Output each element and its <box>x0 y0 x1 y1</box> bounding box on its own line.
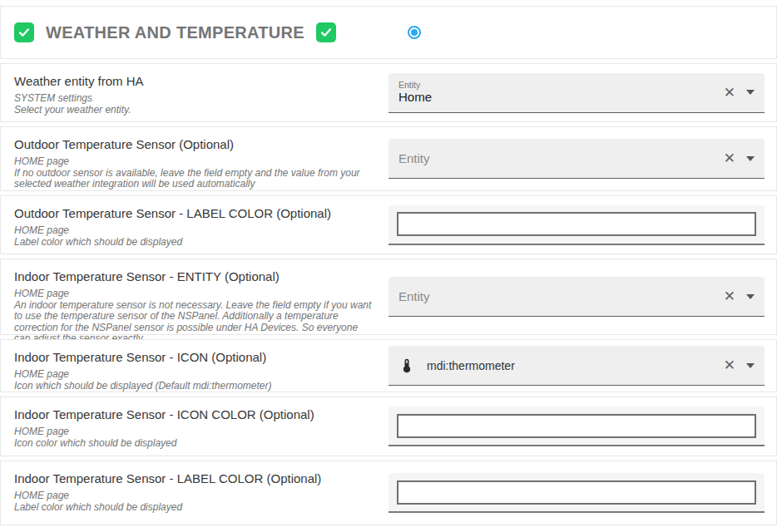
row-description: Label color which should be displayed <box>14 502 375 514</box>
row-description: Icon color which should be displayed <box>14 438 375 450</box>
radio-dot <box>411 29 418 36</box>
color-input-panel <box>388 473 765 513</box>
select-value: Home <box>398 90 724 105</box>
color-input-panel <box>388 406 765 446</box>
row-title: Outdoor Temperature Sensor - LABEL COLOR… <box>14 206 375 221</box>
indoor-icon-color-input[interactable] <box>397 414 756 438</box>
row-description: If no outdoor sensor is available, leave… <box>14 168 375 190</box>
thermometer-icon <box>398 357 415 374</box>
row-title: Indoor Temperature Sensor - LABEL COLOR … <box>14 471 375 486</box>
chevron-down-icon[interactable] <box>746 90 755 95</box>
row-subtitle: HOME page <box>14 288 375 300</box>
row-title: Indoor Temperature Sensor - ENTITY (Opti… <box>14 269 375 284</box>
chevron-down-icon[interactable] <box>746 294 755 299</box>
section-radio-button[interactable] <box>408 26 421 39</box>
row-subtitle: HOME page <box>14 490 375 502</box>
section-enabled-checkbox[interactable] <box>14 22 34 42</box>
section-secondary-checkbox[interactable] <box>316 22 336 42</box>
clear-icon[interactable]: ✕ <box>724 151 735 165</box>
clear-icon[interactable]: ✕ <box>724 358 735 372</box>
row-subtitle: SYSTEM settings <box>14 93 375 105</box>
setting-row-indoor-label-color: Indoor Temperature Sensor - LABEL COLOR … <box>0 461 777 525</box>
select-value: mdi:thermometer <box>427 359 515 372</box>
section-title: WEATHER AND TEMPERATURE <box>46 23 304 42</box>
setting-row-indoor-icon-color: Indoor Temperature Sensor - ICON COLOR (… <box>0 397 777 456</box>
setting-row-weather-entity: Weather entity from HA SYSTEM settings S… <box>0 63 777 122</box>
check-icon <box>17 26 31 39</box>
row-subtitle: HOME page <box>14 225 375 237</box>
row-description: An indoor temperature sensor is not nece… <box>14 300 375 345</box>
chevron-down-icon[interactable] <box>746 363 755 368</box>
row-description: Icon which should be displayed (Default … <box>14 381 375 392</box>
check-icon <box>319 26 333 39</box>
indoor-label-color-input[interactable] <box>397 480 756 505</box>
select-floating-label: Entity <box>398 80 724 90</box>
indoor-icon-select[interactable]: mdi:thermometer ✕ <box>388 346 765 386</box>
section-header: WEATHER AND TEMPERATURE <box>0 6 777 59</box>
setting-row-outdoor-sensor: Outdoor Temperature Sensor (Optional) HO… <box>0 126 777 191</box>
row-subtitle: HOME page <box>14 156 375 168</box>
clear-icon[interactable]: ✕ <box>724 86 735 100</box>
row-title: Indoor Temperature Sensor - ICON COLOR (… <box>14 407 375 422</box>
settings-page: WEATHER AND TEMPERATURE Weather entity f… <box>0 0 777 525</box>
setting-row-outdoor-label-color: Outdoor Temperature Sensor - LABEL COLOR… <box>0 195 777 254</box>
indoor-entity-select[interactable]: Entity ✕ <box>388 277 765 317</box>
row-subtitle: HOME page <box>14 369 375 381</box>
weather-entity-select[interactable]: Entity Home ✕ <box>388 73 765 113</box>
clear-icon[interactable]: ✕ <box>724 289 735 303</box>
row-title: Outdoor Temperature Sensor (Optional) <box>14 137 375 152</box>
select-placeholder: Entity <box>398 289 430 303</box>
color-input-panel <box>388 205 765 245</box>
setting-row-indoor-entity: Indoor Temperature Sensor - ENTITY (Opti… <box>0 259 777 335</box>
select-placeholder: Entity <box>398 151 430 165</box>
row-description: Label color which should be displayed <box>14 237 375 249</box>
row-subtitle: HOME page <box>14 426 375 438</box>
chevron-down-icon[interactable] <box>746 156 755 161</box>
row-description: Select your weather entity. <box>14 105 375 116</box>
outdoor-entity-select[interactable]: Entity ✕ <box>388 139 765 179</box>
row-title: Weather entity from HA <box>14 74 375 89</box>
row-title: Indoor Temperature Sensor - ICON (Option… <box>14 350 375 365</box>
outdoor-label-color-input[interactable] <box>397 212 756 236</box>
setting-row-indoor-icon: Indoor Temperature Sensor - ICON (Option… <box>0 339 777 392</box>
